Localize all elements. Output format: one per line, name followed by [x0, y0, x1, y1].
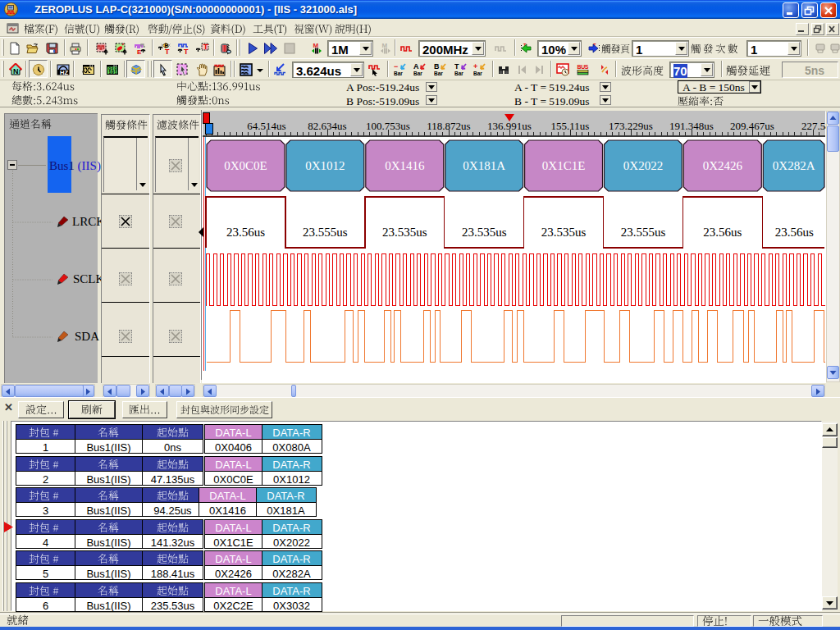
svg-text:23.56us: 23.56us	[703, 226, 742, 239]
svg-text:0X1C1E: 0X1C1E	[542, 159, 586, 172]
svg-text:0X1012: 0X1012	[305, 159, 345, 172]
svg-text:100.753us: 100.753us	[366, 120, 410, 132]
svg-text:T: T	[203, 43, 208, 51]
svg-text:118.872us: 118.872us	[427, 120, 470, 132]
svg-text:HZ: HZ	[60, 69, 68, 76]
svg-text:23.56us: 23.56us	[226, 226, 265, 239]
svg-text:B: B	[434, 63, 440, 71]
svg-text:0X1416: 0X1416	[385, 159, 425, 172]
svg-text:23.56us: 23.56us	[775, 226, 814, 239]
svg-text:+: +	[473, 63, 477, 71]
svg-text:227.58: 227.58	[801, 120, 826, 132]
svg-text:T: T	[454, 63, 459, 71]
svg-text:136.991us: 136.991us	[487, 120, 532, 132]
svg-text:T: T	[184, 48, 189, 55]
svg-text:E: E	[137, 48, 142, 55]
svg-text:−: −	[394, 63, 398, 71]
svg-text:209.467us: 209.467us	[730, 120, 774, 132]
svg-text:0X0C0E: 0X0C0E	[224, 159, 267, 172]
svg-text:Bar: Bar	[413, 71, 422, 76]
svg-text:A: A	[413, 63, 419, 71]
svg-text:BUS: BUS	[578, 64, 589, 70]
svg-text:155.11us: 155.11us	[551, 120, 590, 132]
svg-text:64.514us: 64.514us	[247, 120, 285, 132]
svg-text:23.555us: 23.555us	[303, 226, 348, 239]
svg-text:T: T	[165, 48, 170, 55]
svg-text:82.634us: 82.634us	[308, 120, 346, 132]
svg-text:191.348us: 191.348us	[669, 120, 714, 132]
svg-text:0X181A: 0X181A	[463, 159, 505, 172]
svg-text:Bar: Bar	[473, 71, 482, 76]
svg-text:23.535us: 23.535us	[462, 226, 507, 239]
svg-text:173.229us: 173.229us	[609, 120, 653, 132]
svg-text:23.535us: 23.535us	[541, 226, 587, 239]
svg-text:0X2022: 0X2022	[623, 159, 663, 172]
svg-text:N: N	[13, 67, 19, 75]
svg-text:23.535us: 23.535us	[382, 226, 427, 239]
svg-text:Bar: Bar	[454, 71, 463, 76]
svg-text:0X2426: 0X2426	[703, 159, 743, 172]
svg-text:101: 101	[108, 70, 117, 75]
svg-text:Bar: Bar	[394, 71, 403, 76]
svg-text:23.555us: 23.555us	[621, 226, 666, 239]
svg-text:0X282A: 0X282A	[773, 159, 815, 172]
svg-text:Bar: Bar	[434, 71, 443, 76]
